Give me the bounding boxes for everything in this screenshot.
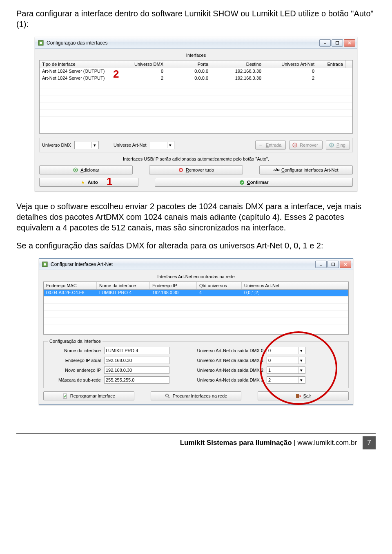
mask-field[interactable]: 255.255.255.0 [104,376,169,384]
window-config-artnet: Configurar interfaces Art-Net Interfaces… [39,258,353,405]
chevron-down-icon: ▾ [298,347,304,354]
col-header[interactable]: Nome da interface [97,282,150,289]
cell: LUMIKIT PRO 4 [97,290,150,296]
maximize-button[interactable] [332,39,343,47]
label-u2: Universo Art-Net da saída DMX 2 [182,368,263,373]
cell [317,68,346,75]
x-circle-icon [178,167,184,173]
grid-caption: Interfaces [39,53,353,58]
interfaces-grid[interactable]: Tipo de interface Universo DMX Porta Des… [39,60,353,134]
cell: 0 [121,68,166,75]
col-header[interactable]: Entrada [317,60,346,68]
u3-combo[interactable]: 2▾ [267,376,305,384]
auto-note: Interfaces USB/IP serão adicionadas auto… [39,156,353,161]
config-artnet-button[interactable]: A/N Configurar interfaces Art-Net [259,165,353,174]
remover-tudo-button[interactable]: Remover tudo [149,165,243,174]
table-row[interactable]: 00.04.A3.2E.C4.F8 LUMIKIT PRO 4 192.168.… [44,290,348,297]
label-nome: Nome da interface [48,348,101,353]
adicionar-button[interactable]: Adicionar [39,165,133,174]
auto-button[interactable]: ★ Auto [39,178,138,187]
col-header[interactable]: Porta [166,60,211,68]
svg-point-1 [40,42,42,44]
col-header[interactable]: Destino [211,60,264,68]
svg-line-22 [168,397,169,398]
titlebar: Configuração das interfaces [35,37,357,49]
confirmar-button[interactable]: Confirmar [155,178,353,187]
chevron-down-icon: ▾ [298,357,304,364]
col-header[interactable]: Universos Art-Net [242,282,309,289]
window-config-interfaces: Configuração das interfaces Interfaces T… [35,37,357,191]
maximize-button[interactable] [327,261,339,268]
label-u0: Universo Art-Net da saída DMX 0 [182,348,263,353]
btn-label: Ping [336,143,345,147]
svg-rect-3 [336,41,339,44]
cell: 4 [197,290,242,296]
found-interfaces-grid[interactable]: Endereço MAC Nome da interface Endereço … [43,281,349,335]
arrow-left-icon: ← [258,142,264,148]
label-universo-dmx: Universo DMX [42,143,71,147]
chevron-down-icon: ▾ [298,367,304,373]
grid-caption: Interfaces Art-Net encontradas na rede [43,274,349,279]
col-header[interactable]: Endereço MAC [44,282,97,289]
label-novo-ip: Novo endereço IP [48,368,101,373]
col-header[interactable]: Tipo de interface [40,60,121,68]
close-button[interactable] [340,261,351,268]
nome-field[interactable]: LUMIKIT PRO 4 [104,347,169,354]
novo-ip-field[interactable]: 192.168.0.30 [104,366,169,374]
page-number: 7 [363,436,376,449]
annotation-1: 1 [107,175,112,188]
u2-combo[interactable]: 1▾ [267,366,305,374]
universo-artnet-combo[interactable]: ▾ [150,141,174,149]
universo-dmx-combo[interactable]: ▾ [74,141,99,149]
sair-button[interactable]: Sair [258,391,349,400]
footer-text: Lumikit Sistemas para Iluminação | www.l… [180,439,357,447]
plus-circle-icon [73,167,78,173]
col-header[interactable]: Endereço IP [150,282,197,289]
svg-rect-17 [332,263,335,266]
btn-label: Sair [303,393,311,398]
svg-rect-23 [296,394,299,398]
app-icon [38,40,44,46]
table-row[interactable]: Art-Net 1024 Server (OUTPUT) 2 0.0.0.0 1… [40,75,352,82]
fieldset-config: Configuração da interface Nome da interf… [43,339,349,388]
cell: 192.168.0.30 [211,68,264,75]
cell: 2 [121,75,166,82]
minus-circle-icon [292,142,298,148]
minimize-button[interactable] [315,261,327,268]
u0-combo[interactable]: 0▾ [267,347,305,354]
col-header[interactable]: Universo DMX [121,60,166,68]
svg-point-13 [240,180,244,185]
remover-button[interactable]: Remover [289,141,323,150]
ip-atual-field[interactable]: 192.168.0.30 [104,357,169,364]
btn-label: Reprogramar interface [70,393,115,398]
entrada-button[interactable]: ← Entrada [255,141,286,150]
label-universo-artnet: Universo Art-Net [114,143,147,147]
table-row[interactable]: Art-Net 1024 Server (OUTPUT) 0 0.0.0.0 1… [40,68,352,75]
label-u1: Universo Art-Net da saída DMX 1 [182,358,263,363]
label-mask: Máscara de sub-rede [48,378,101,382]
reprogramar-button[interactable]: Reprogramar interface [43,391,134,400]
cell [317,75,346,82]
check-circle-icon [239,179,245,185]
cell: Art-Net 1024 Server (OUTPUT) [40,68,121,75]
star-icon: ★ [80,179,86,185]
col-header[interactable]: Universo Art-Net [264,60,317,68]
u1-combo[interactable]: 0▾ [267,357,305,364]
window-title: Configurar interfaces Art-Net [51,261,315,267]
close-button[interactable] [344,39,355,47]
btn-label: Remover tudo [186,168,214,172]
cell: 192.168.0.30 [211,75,264,82]
minimize-button[interactable] [319,39,331,47]
window-title: Configuração das interfaces [47,40,319,46]
cell: 00.04.A3.2E.C4.F8 [44,290,97,296]
ping-button[interactable]: Ping [326,141,350,150]
app-icon [42,261,48,268]
btn-label: Entrada [266,143,282,147]
btn-label: Remover [300,143,318,147]
cell: 0.0.0.0 [166,68,211,75]
procurar-button[interactable]: Procurar interfaces na rede [151,391,242,400]
paragraph-2: Veja que o software escolheu enviar 2 pa… [16,201,376,233]
cell: 192.168.0.30 [150,290,197,296]
col-header[interactable]: Qtd universos [197,282,242,289]
exit-icon [295,393,301,399]
